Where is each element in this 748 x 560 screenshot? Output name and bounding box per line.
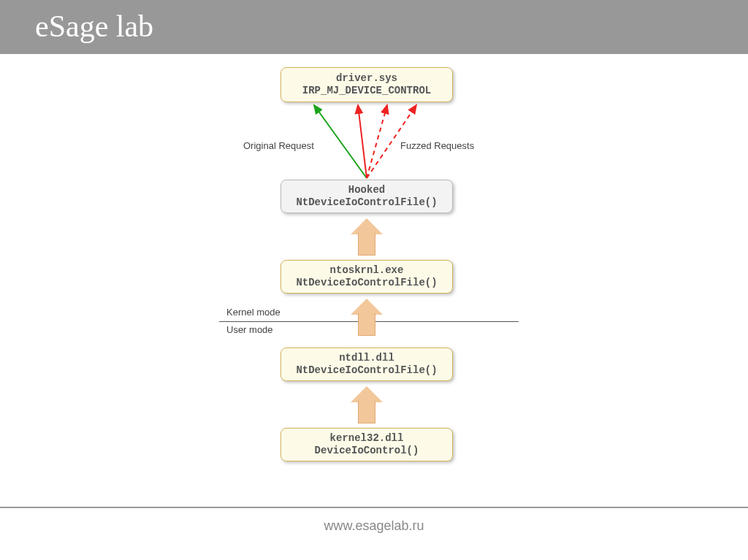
label-kernel-mode: Kernel mode (226, 307, 280, 318)
footer-url: www.esagelab.ru (324, 518, 424, 534)
diagram-canvas: driver.sys IRP_MJ_DEVICE_CONTROL Origina… (0, 53, 748, 508)
arrow-up-1 (352, 386, 381, 423)
arrow-up-3 (352, 218, 381, 255)
box-driver-line1: driver.sys (287, 72, 446, 85)
box-driver-line2: IRP_MJ_DEVICE_CONTROL (287, 85, 446, 98)
arrow-original-request (314, 105, 367, 178)
box-hooked-line2: NtDeviceIoControlFile() (287, 196, 446, 210)
box-ntdll: ntdll.dll NtDeviceIoControlFile() (280, 348, 453, 381)
arrow-up-2 (352, 299, 381, 342)
arrow-fuzzed-1 (358, 105, 367, 178)
footer: www.esagelab.ru (0, 508, 748, 560)
header-title: eSage lab (35, 9, 153, 44)
box-ntoskrnl-line2: NtDeviceIoControlFile() (287, 277, 446, 290)
label-fuzzed-requests: Fuzzed Requests (400, 140, 474, 151)
label-original-request: Original Request (243, 140, 314, 151)
label-user-mode: User mode (226, 324, 273, 335)
box-hooked-line1: Hooked (287, 184, 446, 197)
arrow-fuzzed-2 (367, 105, 387, 178)
box-driver: driver.sys IRP_MJ_DEVICE_CONTROL (280, 67, 453, 102)
box-ntoskrnl: ntoskrnl.exe NtDeviceIoControlFile() (280, 260, 453, 294)
box-kernel32-line2: DeviceIoControl() (287, 445, 446, 458)
box-kernel32-line1: kernel32.dll (287, 432, 446, 445)
box-ntdll-line1: ntdll.dll (287, 352, 446, 365)
box-kernel32: kernel32.dll DeviceIoControl() (280, 428, 453, 461)
header: eSage lab (0, 0, 748, 53)
box-hooked: Hooked NtDeviceIoControlFile() (280, 180, 453, 213)
box-ntoskrnl-line1: ntoskrnl.exe (287, 264, 446, 277)
box-ntdll-line2: NtDeviceIoControlFile() (287, 364, 446, 377)
